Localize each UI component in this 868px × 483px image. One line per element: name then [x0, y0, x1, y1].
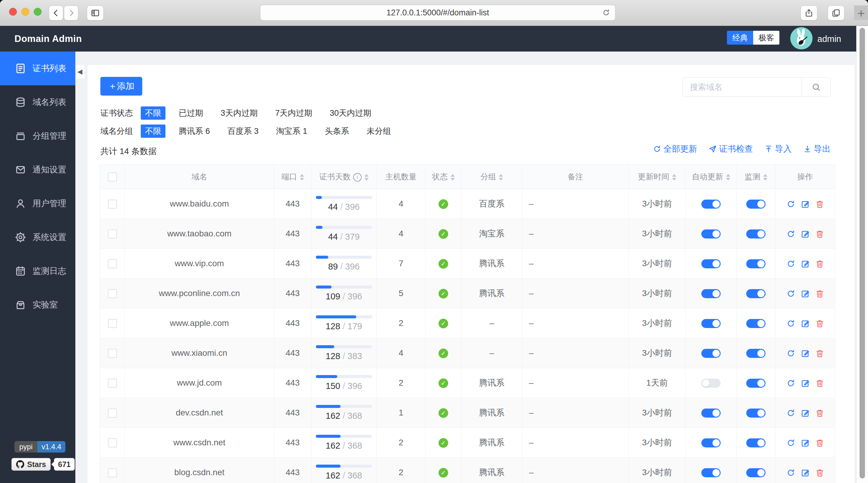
theme-geek-button[interactable]: 极客 [753, 31, 779, 44]
cert-status-option[interactable]: 不限 [141, 107, 165, 120]
collapse-sidebar-tab[interactable]: ◀ [75, 65, 84, 79]
row-checkbox[interactable] [108, 468, 117, 477]
github-stars-badge[interactable]: Stars 671 [11, 458, 75, 471]
row-edit-icon[interactable] [801, 319, 810, 328]
row-delete-icon[interactable] [815, 230, 824, 239]
row-checkbox[interactable] [108, 319, 117, 328]
row-checkbox[interactable] [108, 200, 117, 209]
auto-update-toggle[interactable] [701, 319, 721, 328]
cert-check-link[interactable]: 证书检查 [709, 143, 753, 155]
auto-update-toggle[interactable] [701, 259, 721, 268]
browser-sidebar-button[interactable] [87, 5, 104, 21]
row-edit-icon[interactable] [801, 200, 810, 209]
row-refresh-icon[interactable] [786, 349, 795, 358]
domain-group-option[interactable]: 未分组 [363, 124, 396, 138]
row-edit-icon[interactable] [801, 259, 810, 268]
cert-status-option[interactable]: 3天内过期 [216, 107, 262, 120]
sort-caret[interactable] [451, 174, 455, 181]
username[interactable]: admin [817, 34, 841, 44]
sidebar-item-monitor-log[interactable]: 监测日志 [0, 254, 75, 288]
row-refresh-icon[interactable] [786, 439, 795, 447]
row-edit-icon[interactable] [801, 468, 810, 477]
row-delete-icon[interactable] [815, 468, 824, 477]
monitor-toggle[interactable] [746, 439, 766, 447]
row-edit-icon[interactable] [801, 439, 810, 447]
sidebar-item-domain-list[interactable]: 域名列表 [0, 85, 75, 119]
domain-group-option[interactable]: 不限 [141, 124, 165, 138]
new-tab-button[interactable]: ＋ [854, 5, 868, 20]
auto-update-toggle[interactable] [701, 349, 721, 358]
monitor-toggle[interactable] [746, 230, 766, 239]
row-delete-icon[interactable] [815, 409, 824, 418]
cert-status-option[interactable]: 已过期 [175, 107, 207, 120]
monitor-toggle[interactable] [746, 349, 766, 358]
row-checkbox[interactable] [108, 230, 117, 239]
row-checkbox[interactable] [108, 289, 117, 298]
domain-group-option[interactable]: 腾讯系 6 [175, 124, 214, 138]
cert-status-option[interactable]: 30天内过期 [326, 107, 375, 120]
scrollbar-thumb[interactable] [860, 28, 865, 479]
sort-caret[interactable] [763, 174, 767, 181]
minimize-window-button[interactable] [22, 8, 29, 16]
auto-update-toggle[interactable] [701, 230, 721, 239]
auto-update-toggle[interactable] [701, 289, 721, 298]
row-edit-icon[interactable] [801, 409, 810, 418]
import-link[interactable]: 导入 [764, 143, 792, 155]
row-refresh-icon[interactable] [786, 319, 795, 328]
pypi-badge[interactable]: pypi v1.4.4 [14, 441, 65, 453]
monitor-toggle[interactable] [746, 259, 766, 268]
reload-icon[interactable] [602, 8, 610, 17]
sort-caret[interactable] [672, 174, 676, 181]
row-delete-icon[interactable] [815, 379, 824, 388]
info-icon[interactable]: i [353, 173, 362, 181]
browser-share-button[interactable] [801, 5, 817, 21]
row-delete-icon[interactable] [815, 200, 824, 209]
row-refresh-icon[interactable] [786, 379, 795, 388]
sidebar-item-notify[interactable]: 通知设置 [0, 153, 75, 187]
monitor-toggle[interactable] [746, 379, 766, 388]
monitor-toggle[interactable] [746, 289, 766, 298]
monitor-toggle[interactable] [746, 409, 766, 418]
address-bar[interactable]: 127.0.0.1:5000/#/domain-list [260, 5, 615, 21]
sidebar-item-cert-list[interactable]: 证书列表 [0, 52, 75, 85]
domain-group-option[interactable]: 头条系 [321, 124, 353, 138]
row-refresh-icon[interactable] [786, 468, 795, 477]
row-delete-icon[interactable] [815, 349, 824, 358]
auto-update-toggle[interactable] [701, 468, 721, 477]
sort-caret[interactable] [499, 174, 503, 181]
sort-caret[interactable] [364, 174, 369, 181]
sort-caret[interactable] [726, 174, 730, 181]
search-input[interactable] [683, 78, 802, 96]
sidebar-item-group-manage[interactable]: 分组管理 [0, 119, 75, 153]
select-all-checkbox[interactable] [108, 173, 117, 181]
theme-classic-button[interactable]: 经典 [727, 31, 753, 44]
row-refresh-icon[interactable] [786, 200, 795, 209]
auto-update-toggle[interactable] [701, 379, 721, 388]
auto-update-toggle[interactable] [701, 409, 721, 418]
row-checkbox[interactable] [108, 379, 117, 388]
row-refresh-icon[interactable] [786, 289, 795, 298]
sidebar-item-lab[interactable]: 实验室 [0, 288, 75, 322]
row-edit-icon[interactable] [801, 349, 810, 358]
add-button[interactable]: ＋添加 [100, 77, 142, 96]
row-checkbox[interactable] [108, 259, 117, 268]
row-delete-icon[interactable] [815, 319, 824, 328]
row-refresh-icon[interactable] [786, 409, 795, 418]
row-refresh-icon[interactable] [786, 259, 795, 268]
row-edit-icon[interactable] [801, 289, 810, 298]
sort-caret[interactable] [300, 174, 304, 181]
auto-update-toggle[interactable] [701, 439, 721, 447]
row-checkbox[interactable] [108, 409, 117, 418]
browser-forward-button[interactable] [64, 5, 79, 21]
monitor-toggle[interactable] [746, 200, 766, 209]
sidebar-item-system[interactable]: 系统设置 [0, 220, 75, 254]
auto-update-toggle[interactable] [701, 200, 721, 209]
row-delete-icon[interactable] [815, 439, 824, 447]
row-delete-icon[interactable] [815, 289, 824, 298]
row-checkbox[interactable] [108, 349, 117, 358]
row-delete-icon[interactable] [815, 259, 824, 268]
row-edit-icon[interactable] [801, 379, 810, 388]
sidebar-item-user-manage[interactable]: 用户管理 [0, 187, 75, 220]
cert-status-option[interactable]: 7天内过期 [271, 107, 316, 120]
browser-back-button[interactable] [49, 5, 63, 21]
